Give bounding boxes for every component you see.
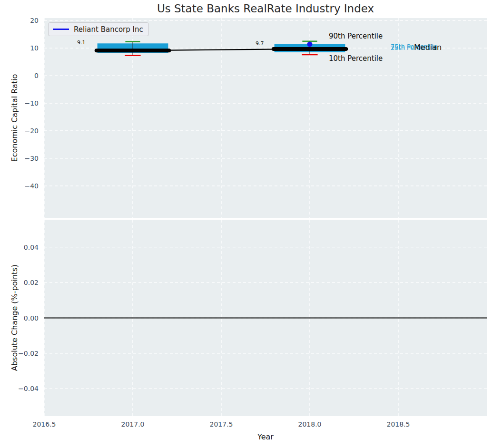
legend-line-swatch <box>53 29 69 30</box>
median-value-label-2017: 9.1 <box>77 39 86 46</box>
y-tick-label-top: −40 <box>0 182 39 190</box>
x-tick-label: 2017.5 <box>210 420 233 428</box>
legend[interactable]: Reliant Bancorp Inc <box>48 22 149 36</box>
y-tick-label-top: −30 <box>0 155 39 162</box>
y-tick-label-top: 0 <box>0 72 39 79</box>
annotation-median: Median <box>414 43 442 52</box>
legend-label: Reliant Bancorp Inc <box>74 25 143 34</box>
y-tick-label-top: 20 <box>0 17 39 24</box>
company-marker-dot <box>307 42 313 47</box>
x-tick-label: 2017.0 <box>121 420 145 428</box>
x-tick-label: 2018.5 <box>387 420 410 428</box>
y-tick-label-bottom: 0.04 <box>0 243 39 251</box>
annotation-90th-percentile: 90th Percentile <box>329 32 383 40</box>
x-tick-label: 2018.0 <box>298 420 322 428</box>
y-tick-label-top: −10 <box>0 99 39 107</box>
bottom-axes <box>44 220 487 416</box>
y-tick-label-bottom: −0.04 <box>0 385 39 392</box>
x-axis-label: Year <box>44 432 487 441</box>
y-tick-label-bottom: 0.02 <box>0 279 39 286</box>
bottom-plot-svg <box>44 220 487 416</box>
median-value-label-2018: 9.7 <box>256 40 264 47</box>
annotation-10th-percentile: 10th Percentile <box>329 54 383 63</box>
y-tick-label-top: −20 <box>0 127 39 135</box>
figure: Us State Banks RealRate Industry Index R… <box>0 0 492 448</box>
y-tick-label-bottom: −0.02 <box>0 350 39 357</box>
x-tick-label: 2016.5 <box>33 420 56 428</box>
top-axes: Reliant Bancorp Inc 9.1 9.7 90th Percent… <box>44 18 487 218</box>
chart-title: Us State Banks RealRate Industry Index <box>44 2 487 15</box>
y-tick-label-top: 10 <box>0 44 39 52</box>
y-axis-label-top: Economic Capital Ratio <box>10 74 19 162</box>
y-tick-label-bottom: 0.00 <box>0 314 39 322</box>
